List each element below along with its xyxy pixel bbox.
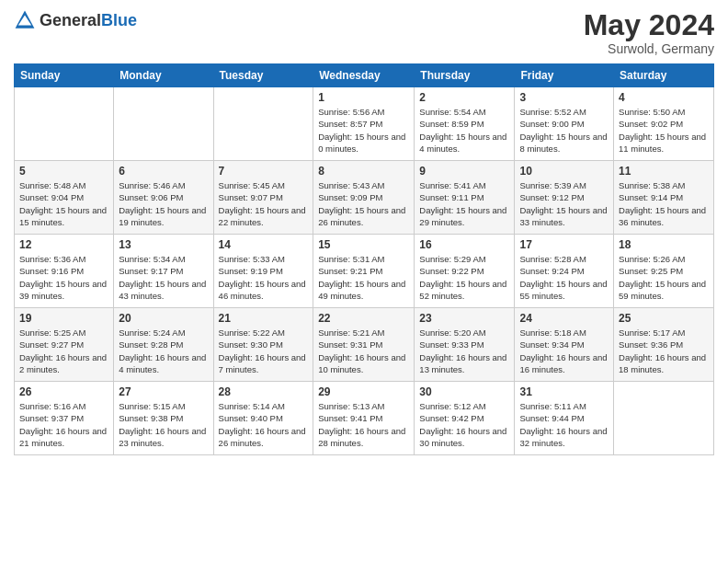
day-number: 20 [119, 312, 208, 325]
day-info: Sunrise: 5:31 AM Sunset: 9:21 PM Dayligh… [318, 253, 409, 302]
table-row: 18Sunrise: 5:26 AM Sunset: 9:25 PM Dayli… [614, 235, 714, 308]
logo-icon [14, 9, 36, 31]
table-row: 30Sunrise: 5:12 AM Sunset: 9:42 PM Dayli… [415, 382, 515, 455]
day-number: 5 [19, 165, 108, 178]
table-row: 3Sunrise: 5:52 AM Sunset: 9:00 PM Daylig… [515, 87, 614, 161]
table-row: 23Sunrise: 5:20 AM Sunset: 9:33 PM Dayli… [415, 308, 515, 382]
day-info: Sunrise: 5:28 AM Sunset: 9:24 PM Dayligh… [519, 253, 609, 302]
col-monday: Monday [114, 64, 213, 87]
table-row: 2Sunrise: 5:54 AM Sunset: 8:59 PM Daylig… [415, 87, 515, 161]
table-row: 17Sunrise: 5:28 AM Sunset: 9:24 PM Dayli… [515, 235, 614, 308]
day-number: 9 [419, 165, 509, 178]
day-info: Sunrise: 5:26 AM Sunset: 9:25 PM Dayligh… [619, 253, 709, 302]
col-saturday: Saturday [614, 64, 714, 87]
day-number: 16 [419, 238, 509, 251]
logo-text: GeneralBlue [40, 12, 137, 29]
day-info: Sunrise: 5:18 AM Sunset: 9:34 PM Dayligh… [519, 327, 609, 375]
table-row: 4Sunrise: 5:50 AM Sunset: 9:02 PM Daylig… [614, 87, 714, 161]
day-info: Sunrise: 5:25 AM Sunset: 9:27 PM Dayligh… [19, 327, 108, 375]
day-info: Sunrise: 5:13 AM Sunset: 9:41 PM Dayligh… [318, 400, 409, 449]
day-number: 15 [318, 238, 409, 251]
page-container: GeneralBlue May 2024 Surwold, Germany Su… [0, 0, 728, 563]
logo-blue: Blue [101, 11, 137, 29]
table-row: 7Sunrise: 5:45 AM Sunset: 9:07 PM Daylig… [213, 161, 313, 235]
day-number: 13 [119, 238, 208, 251]
day-info: Sunrise: 5:11 AM Sunset: 9:44 PM Dayligh… [519, 400, 609, 449]
calendar: Sunday Monday Tuesday Wednesday Thursday… [14, 63, 714, 455]
table-row: 13Sunrise: 5:34 AM Sunset: 9:17 PM Dayli… [114, 235, 213, 308]
day-number: 19 [19, 312, 108, 325]
day-number: 14 [219, 238, 309, 251]
day-number: 17 [519, 238, 609, 251]
week-row-0: 1Sunrise: 5:56 AM Sunset: 8:57 PM Daylig… [15, 87, 714, 161]
day-number: 2 [419, 91, 509, 104]
day-number: 6 [119, 165, 208, 178]
table-row: 6Sunrise: 5:46 AM Sunset: 9:06 PM Daylig… [114, 161, 213, 235]
day-info: Sunrise: 5:50 AM Sunset: 9:02 PM Dayligh… [619, 106, 709, 155]
day-number: 30 [419, 385, 509, 398]
table-row: 10Sunrise: 5:39 AM Sunset: 9:12 PM Dayli… [515, 161, 614, 235]
day-info: Sunrise: 5:38 AM Sunset: 9:14 PM Dayligh… [619, 179, 709, 228]
day-info: Sunrise: 5:56 AM Sunset: 8:57 PM Dayligh… [318, 106, 409, 155]
col-wednesday: Wednesday [313, 64, 415, 87]
location: Surwold, Germany [584, 41, 714, 56]
col-thursday: Thursday [415, 64, 515, 87]
day-info: Sunrise: 5:52 AM Sunset: 9:00 PM Dayligh… [519, 106, 609, 155]
col-tuesday: Tuesday [213, 64, 313, 87]
table-row: 26Sunrise: 5:16 AM Sunset: 9:37 PM Dayli… [15, 382, 114, 455]
table-row [114, 87, 213, 161]
header-row: Sunday Monday Tuesday Wednesday Thursday… [15, 64, 714, 87]
table-row: 22Sunrise: 5:21 AM Sunset: 9:31 PM Dayli… [313, 308, 415, 382]
day-number: 12 [19, 238, 108, 251]
day-info: Sunrise: 5:14 AM Sunset: 9:40 PM Dayligh… [219, 400, 309, 449]
table-row: 15Sunrise: 5:31 AM Sunset: 9:21 PM Dayli… [313, 235, 415, 308]
day-info: Sunrise: 5:12 AM Sunset: 9:42 PM Dayligh… [419, 400, 509, 449]
table-row: 14Sunrise: 5:33 AM Sunset: 9:19 PM Dayli… [213, 235, 313, 308]
day-number: 22 [318, 312, 409, 325]
day-info: Sunrise: 5:22 AM Sunset: 9:30 PM Dayligh… [219, 327, 309, 375]
table-row: 25Sunrise: 5:17 AM Sunset: 9:36 PM Dayli… [614, 308, 714, 382]
table-row: 12Sunrise: 5:36 AM Sunset: 9:16 PM Dayli… [15, 235, 114, 308]
day-number: 31 [519, 385, 609, 398]
day-info: Sunrise: 5:17 AM Sunset: 9:36 PM Dayligh… [619, 327, 709, 375]
day-info: Sunrise: 5:21 AM Sunset: 9:31 PM Dayligh… [318, 327, 409, 375]
day-number: 23 [419, 312, 509, 325]
table-row: 20Sunrise: 5:24 AM Sunset: 9:28 PM Dayli… [114, 308, 213, 382]
day-number: 7 [219, 165, 309, 178]
table-row: 27Sunrise: 5:15 AM Sunset: 9:38 PM Dayli… [114, 382, 213, 455]
table-row: 16Sunrise: 5:29 AM Sunset: 9:22 PM Dayli… [415, 235, 515, 308]
day-number: 18 [619, 238, 709, 251]
table-row: 29Sunrise: 5:13 AM Sunset: 9:41 PM Dayli… [313, 382, 415, 455]
table-row: 1Sunrise: 5:56 AM Sunset: 8:57 PM Daylig… [313, 87, 415, 161]
day-info: Sunrise: 5:45 AM Sunset: 9:07 PM Dayligh… [219, 179, 309, 228]
table-row: 28Sunrise: 5:14 AM Sunset: 9:40 PM Dayli… [213, 382, 313, 455]
day-number: 10 [519, 165, 609, 178]
day-info: Sunrise: 5:48 AM Sunset: 9:04 PM Dayligh… [19, 179, 108, 228]
table-row: 8Sunrise: 5:43 AM Sunset: 9:09 PM Daylig… [313, 161, 415, 235]
day-info: Sunrise: 5:33 AM Sunset: 9:19 PM Dayligh… [219, 253, 309, 302]
table-row: 24Sunrise: 5:18 AM Sunset: 9:34 PM Dayli… [515, 308, 614, 382]
day-info: Sunrise: 5:15 AM Sunset: 9:38 PM Dayligh… [119, 400, 208, 449]
table-row: 9Sunrise: 5:41 AM Sunset: 9:11 PM Daylig… [415, 161, 515, 235]
table-row: 31Sunrise: 5:11 AM Sunset: 9:44 PM Dayli… [515, 382, 614, 455]
day-info: Sunrise: 5:36 AM Sunset: 9:16 PM Dayligh… [19, 253, 108, 302]
day-number: 28 [219, 385, 309, 398]
title-section: May 2024 Surwold, Germany [584, 9, 714, 56]
day-number: 25 [619, 312, 709, 325]
header: GeneralBlue May 2024 Surwold, Germany [14, 9, 714, 56]
day-number: 24 [519, 312, 609, 325]
day-number: 29 [318, 385, 409, 398]
col-friday: Friday [515, 64, 614, 87]
day-number: 21 [219, 312, 309, 325]
day-number: 1 [318, 91, 409, 104]
day-info: Sunrise: 5:46 AM Sunset: 9:06 PM Dayligh… [119, 179, 208, 228]
table-row [614, 382, 714, 455]
day-number: 11 [619, 165, 709, 178]
table-row: 19Sunrise: 5:25 AM Sunset: 9:27 PM Dayli… [15, 308, 114, 382]
logo-general: General [40, 11, 101, 29]
day-info: Sunrise: 5:20 AM Sunset: 9:33 PM Dayligh… [419, 327, 509, 375]
day-number: 4 [619, 91, 709, 104]
day-number: 26 [19, 385, 108, 398]
col-sunday: Sunday [15, 64, 114, 87]
week-row-3: 19Sunrise: 5:25 AM Sunset: 9:27 PM Dayli… [15, 308, 714, 382]
